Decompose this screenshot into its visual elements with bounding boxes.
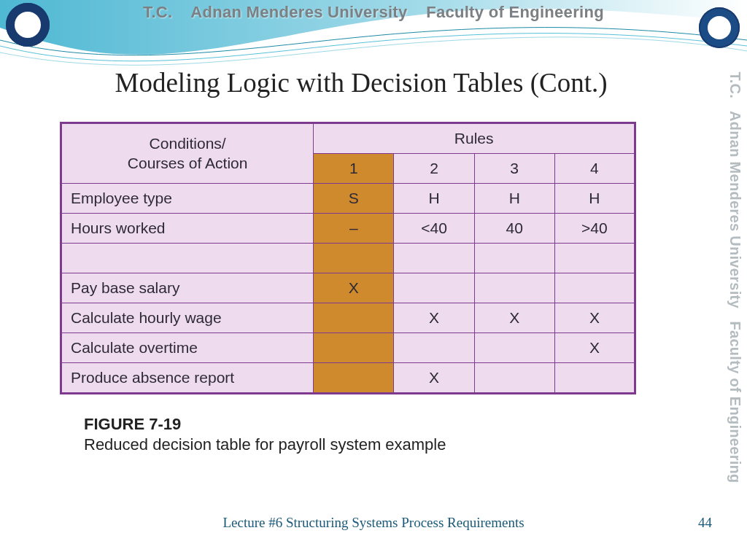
figure-label: FIGURE 7-19 — [84, 415, 181, 433]
table-row: Hours worked – <40 40 >40 — [61, 214, 635, 244]
rule-num-1: 1 — [314, 154, 394, 184]
conditions-header-l1: Conditions/ — [150, 135, 226, 152]
cell — [554, 244, 635, 273]
table-row: Calculate hourly wage X X X — [61, 303, 635, 333]
footer-lecture-title: Lecture #6 Structuring Systems Process R… — [0, 515, 747, 531]
table-row: Employee type S H H H — [61, 184, 635, 214]
slide-title: Modeling Logic with Decision Tables (Con… — [0, 67, 722, 98]
page-number: 44 — [698, 515, 712, 531]
cell: H — [394, 184, 474, 214]
decision-table: Conditions/ Courses of Action Rules 1 2 … — [60, 122, 636, 394]
header-org-text: T.C. Adnan Menderes University Faculty o… — [0, 3, 747, 22]
row-label: Produce absence report — [61, 363, 314, 394]
table-row — [61, 244, 635, 273]
row-label: Hours worked — [61, 214, 314, 244]
cell — [474, 363, 554, 394]
cell: X — [394, 363, 474, 394]
side-watermark: T.C. Adnan Menderes University Faculty o… — [724, 73, 746, 481]
cell — [474, 273, 554, 303]
row-label: Calculate overtime — [61, 333, 314, 363]
rule-num-3: 3 — [474, 154, 554, 184]
cell: S — [314, 184, 394, 214]
row-label: Employee type — [61, 184, 314, 214]
side-watermark-text: T.C. Adnan Menderes University Faculty o… — [727, 71, 743, 483]
cell — [394, 244, 474, 273]
row-label — [61, 244, 314, 273]
conditions-header-l2: Courses of Action — [128, 155, 248, 171]
rule-num-4: 4 — [554, 154, 635, 184]
cell — [394, 273, 474, 303]
cell — [554, 363, 635, 394]
cell: <40 — [394, 214, 474, 244]
cell — [314, 303, 394, 333]
conditions-header: Conditions/ Courses of Action — [61, 123, 314, 184]
row-label: Pay base salary — [61, 273, 314, 303]
cell: 40 — [474, 214, 554, 244]
table-row: Pay base salary X — [61, 273, 635, 303]
figure-text: Reduced decision table for payroll syste… — [84, 435, 446, 454]
cell: X — [474, 303, 554, 333]
cell: X — [314, 273, 394, 303]
rule-num-2: 2 — [394, 154, 474, 184]
table-row: Calculate overtime X — [61, 333, 635, 363]
faculty-logo-right — [699, 7, 740, 48]
university-logo-left — [6, 3, 50, 47]
cell — [314, 244, 394, 273]
cell: X — [554, 303, 635, 333]
cell: >40 — [554, 214, 635, 244]
cell — [394, 333, 474, 363]
rules-header: Rules — [314, 123, 635, 154]
cell: X — [554, 333, 635, 363]
cell: H — [554, 184, 635, 214]
cell: – — [314, 214, 394, 244]
cell — [314, 363, 394, 394]
cell: H — [474, 184, 554, 214]
row-label: Calculate hourly wage — [61, 303, 314, 333]
cell — [314, 333, 394, 363]
cell — [474, 333, 554, 363]
table-row: Produce absence report X — [61, 363, 635, 394]
cell — [554, 273, 635, 303]
figure-caption: FIGURE 7-19 Reduced decision table for p… — [84, 414, 446, 454]
cell: X — [394, 303, 474, 333]
header-band: T.C. Adnan Menderes University Faculty o… — [0, 0, 747, 69]
cell — [474, 244, 554, 273]
